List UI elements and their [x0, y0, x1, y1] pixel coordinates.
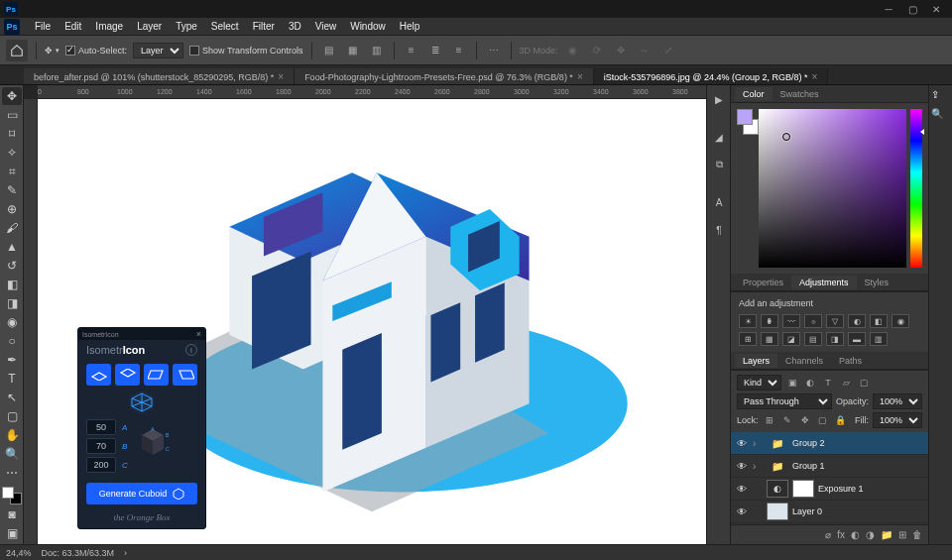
pen-tool[interactable]: ✒: [2, 351, 22, 369]
path-tool[interactable]: ↖: [2, 389, 22, 406]
iso-hex-icon[interactable]: [78, 390, 205, 419]
more-options-icon[interactable]: ⋯: [485, 42, 503, 59]
opacity-dropdown[interactable]: 100%: [873, 393, 922, 409]
iso-face-right-button[interactable]: [115, 364, 140, 386]
adj-poster-icon[interactable]: ▤: [804, 332, 822, 346]
hue-slider[interactable]: [910, 109, 922, 268]
color-field[interactable]: [759, 109, 906, 268]
menu-filter[interactable]: Filter: [246, 19, 282, 34]
adj-hue-icon[interactable]: ◐: [848, 314, 866, 328]
eraser-tool[interactable]: ◧: [2, 276, 22, 293]
tab-swatches[interactable]: Swatches: [773, 87, 827, 101]
home-icon[interactable]: [6, 40, 28, 61]
doc-tab-active[interactable]: iStock-535796896.jpg @ 24.4% (Group 2, R…: [594, 68, 829, 84]
eyedropper-tool[interactable]: ✎: [2, 181, 22, 199]
distribute-middle-icon[interactable]: ≣: [426, 42, 444, 59]
adj-invert-icon[interactable]: ◪: [782, 332, 800, 346]
layer-row[interactable]: 👁 › 📁 Group 1: [731, 455, 928, 478]
adj-exposure-icon[interactable]: ⟐: [804, 314, 822, 328]
blur-tool[interactable]: ◉: [2, 313, 22, 331]
move-tool[interactable]: ✥: [2, 87, 22, 105]
healing-tool[interactable]: ⊕: [2, 200, 22, 218]
hand-tool[interactable]: ✋: [2, 426, 22, 444]
adj-bw-icon[interactable]: ◧: [870, 314, 888, 328]
type-tool[interactable]: T: [2, 370, 22, 388]
zoom-tool[interactable]: 🔍: [2, 445, 22, 463]
filter-adjust-icon[interactable]: ◐: [803, 377, 817, 389]
foreground-color-swatch[interactable]: [2, 487, 14, 499]
adj-selective-icon[interactable]: ▥: [870, 332, 888, 346]
input-a[interactable]: [86, 419, 116, 435]
distribute-bottom-icon[interactable]: ≡: [450, 42, 468, 59]
show-transform-checkbox[interactable]: Show Transform Controls: [189, 46, 303, 56]
share-icon[interactable]: ⇪: [931, 89, 950, 100]
visibility-icon[interactable]: 👁: [735, 461, 749, 472]
menu-help[interactable]: Help: [393, 19, 427, 34]
layer-row[interactable]: 👁 › 📁 Group 2: [731, 432, 928, 455]
menu-select[interactable]: Select: [204, 19, 246, 34]
close-icon[interactable]: ×: [811, 71, 817, 82]
menu-type[interactable]: Type: [169, 19, 204, 34]
distribute-top-icon[interactable]: ≡: [403, 42, 420, 59]
color-cursor-icon[interactable]: [782, 133, 790, 141]
tab-properties[interactable]: Properties: [735, 276, 791, 289]
color-swatch-fg-bg[interactable]: [737, 109, 755, 268]
character-panel-icon[interactable]: A: [709, 192, 729, 212]
lock-all-icon[interactable]: 🔒: [834, 414, 848, 426]
search-icon[interactable]: 🔍: [931, 108, 950, 119]
visibility-icon[interactable]: 👁: [735, 506, 749, 517]
iso-face-left-button[interactable]: [86, 364, 111, 386]
brush-tool[interactable]: 🖌: [2, 219, 22, 237]
marquee-tool[interactable]: ▭: [2, 106, 22, 124]
isometricon-plugin-panel[interactable]: IsometrIcon × IsometrIcon i A B C: [77, 327, 206, 529]
new-adj-icon[interactable]: ◑: [866, 529, 875, 540]
lock-pixels-icon[interactable]: ⊞: [763, 414, 776, 426]
brush-settings-icon[interactable]: ⧉: [709, 155, 729, 174]
3d-roll-icon[interactable]: ⟳: [588, 42, 606, 59]
adj-lookup-icon[interactable]: ▦: [761, 332, 778, 346]
ruler-horizontal[interactable]: 0800100012001400160018002000220024002600…: [38, 85, 706, 99]
filter-smart-icon[interactable]: ▢: [857, 377, 871, 389]
adj-brightness-icon[interactable]: ☀: [739, 314, 757, 328]
align-right-icon[interactable]: ▥: [368, 42, 386, 59]
tab-paths[interactable]: Paths: [831, 354, 870, 368]
generate-cuboid-button[interactable]: Generate Cuboid: [86, 483, 197, 504]
adj-gradient-map-icon[interactable]: ▬: [848, 332, 866, 346]
lock-artboard-icon[interactable]: ▢: [816, 414, 830, 426]
3d-zoom-icon[interactable]: ⤢: [659, 42, 677, 59]
gradient-tool[interactable]: ◨: [2, 294, 22, 312]
menu-window[interactable]: Window: [343, 19, 393, 34]
close-button[interactable]: ✕: [924, 2, 948, 16]
visibility-icon[interactable]: 👁: [735, 484, 749, 495]
doc-tab[interactable]: Food-Photography-Lightroom-Presets-Free.…: [295, 68, 594, 84]
new-layer-icon[interactable]: ⊞: [898, 529, 906, 540]
blend-mode-dropdown[interactable]: Pass Through: [737, 393, 832, 409]
maximize-button[interactable]: ▢: [900, 2, 924, 16]
doc-tab[interactable]: before_after.psd @ 101% (shutterstock_85…: [24, 68, 295, 84]
lock-paint-icon[interactable]: ✎: [780, 414, 794, 426]
filter-image-icon[interactable]: ▣: [785, 377, 799, 389]
shape-tool[interactable]: ▢: [2, 407, 22, 425]
delete-layer-icon[interactable]: 🗑: [912, 529, 922, 540]
layer-kind-dropdown[interactable]: Kind: [737, 375, 781, 391]
brush-panel-icon[interactable]: ◢: [709, 127, 729, 147]
layer-mask-icon[interactable]: ◐: [851, 529, 860, 540]
chevron-icon[interactable]: ›: [753, 438, 763, 449]
menu-edit[interactable]: Edit: [58, 19, 88, 34]
dodge-tool[interactable]: ○: [2, 332, 22, 350]
history-panel-icon[interactable]: ▶: [709, 89, 729, 109]
wand-tool[interactable]: ✧: [2, 144, 22, 162]
screen-mode-tool[interactable]: ▣: [2, 524, 22, 542]
tab-layers[interactable]: Layers: [735, 354, 777, 368]
quick-mask-tool[interactable]: ◙: [2, 505, 22, 523]
hue-marker-icon[interactable]: [920, 129, 924, 135]
iso-face-front-button[interactable]: [173, 364, 197, 386]
plugin-header[interactable]: IsometrIcon ×: [78, 328, 205, 340]
chevron-icon[interactable]: ›: [753, 461, 763, 472]
lasso-tool[interactable]: ⌑: [2, 125, 22, 143]
3d-orbit-icon[interactable]: ◉: [564, 42, 582, 59]
color-swatches[interactable]: [2, 487, 22, 504]
lock-position-icon[interactable]: ✥: [798, 414, 812, 426]
link-layers-icon[interactable]: ⌀: [825, 529, 831, 540]
filter-shape-icon[interactable]: ▱: [839, 377, 853, 389]
